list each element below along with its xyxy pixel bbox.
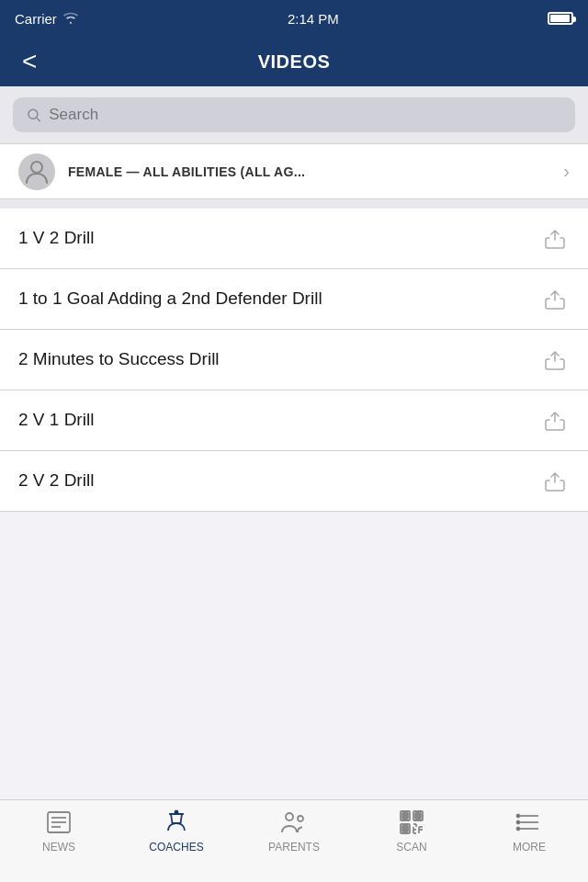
filter-row[interactable]: FEMALE — ALL ABILITIES (ALL AG... › — [0, 144, 588, 199]
video-title: 1 to 1 Goal Adding a 2nd Defender Drill — [18, 288, 540, 311]
filter-label: FEMALE — ALL ABILITIES (ALL AG... — [68, 164, 563, 179]
video-title: 2 V 1 Drill — [18, 409, 540, 432]
battery-icon — [548, 12, 573, 25]
scan-icon — [397, 808, 426, 837]
svg-rect-14 — [415, 813, 421, 819]
svg-point-28 — [517, 821, 520, 824]
chevron-right-icon: › — [563, 161, 570, 182]
search-icon — [26, 107, 41, 123]
tab-label-coaches: COACHES — [149, 841, 203, 854]
svg-rect-13 — [402, 813, 408, 819]
tab-scan[interactable]: SCAN — [353, 808, 470, 854]
svg-point-27 — [517, 815, 520, 818]
section-divider — [0, 199, 588, 209]
video-list: 1 V 2 Drill 1 to 1 Goal Adding a 2nd Def… — [0, 209, 588, 512]
carrier-label: Carrier — [15, 11, 57, 27]
tab-label-more: MORE — [513, 841, 546, 854]
tab-parents[interactable]: PARENTS — [235, 808, 353, 854]
svg-point-2 — [31, 162, 42, 173]
tab-bar: NEWS COACHES PARENTS SCAN — [0, 799, 588, 882]
search-bar[interactable] — [13, 97, 575, 132]
tab-news[interactable]: NEWS — [0, 808, 118, 854]
video-title: 2 Minutes to Success Drill — [18, 348, 540, 371]
list-item[interactable]: 2 Minutes to Success Drill — [0, 330, 588, 390]
share-icon[interactable] — [540, 285, 570, 314]
svg-point-8 — [286, 813, 293, 820]
svg-line-1 — [37, 118, 40, 121]
share-icon[interactable] — [540, 224, 570, 254]
svg-rect-15 — [402, 826, 408, 831]
more-icon — [514, 808, 544, 837]
tab-more[interactable]: MORE — [470, 808, 588, 854]
list-item[interactable]: 2 V 2 Drill — [0, 451, 588, 512]
avatar-icon — [18, 153, 55, 190]
nav-header: < VIDEOS — [0, 37, 588, 86]
svg-point-0 — [28, 109, 38, 119]
list-item[interactable]: 1 V 2 Drill — [0, 209, 588, 269]
wifi-icon — [62, 12, 79, 25]
svg-point-9 — [298, 816, 303, 821]
tab-label-scan: SCAN — [396, 841, 426, 854]
coaches-icon — [162, 808, 191, 837]
tab-label-news: NEWS — [42, 841, 75, 854]
back-button[interactable]: < — [15, 43, 44, 80]
share-icon[interactable] — [540, 467, 570, 496]
svg-point-7 — [175, 811, 178, 814]
share-icon[interactable] — [540, 345, 570, 375]
share-icon[interactable] — [540, 406, 570, 435]
tab-coaches[interactable]: COACHES — [118, 808, 235, 854]
video-title: 1 V 2 Drill — [18, 227, 540, 250]
svg-point-29 — [517, 828, 520, 831]
list-item[interactable]: 1 to 1 Goal Adding a 2nd Defender Drill — [0, 269, 588, 330]
page-title: VIDEOS — [258, 51, 331, 73]
parents-icon — [279, 808, 309, 837]
search-container — [0, 86, 588, 144]
search-input[interactable] — [49, 106, 562, 124]
tab-label-parents: PARENTS — [268, 841, 320, 854]
video-title: 2 V 2 Drill — [18, 469, 540, 492]
carrier-info: Carrier — [15, 11, 79, 27]
news-icon — [44, 808, 74, 837]
status-bar: Carrier 2:14 PM — [0, 0, 588, 37]
list-item[interactable]: 2 V 1 Drill — [0, 390, 588, 451]
time-display: 2:14 PM — [288, 11, 339, 27]
